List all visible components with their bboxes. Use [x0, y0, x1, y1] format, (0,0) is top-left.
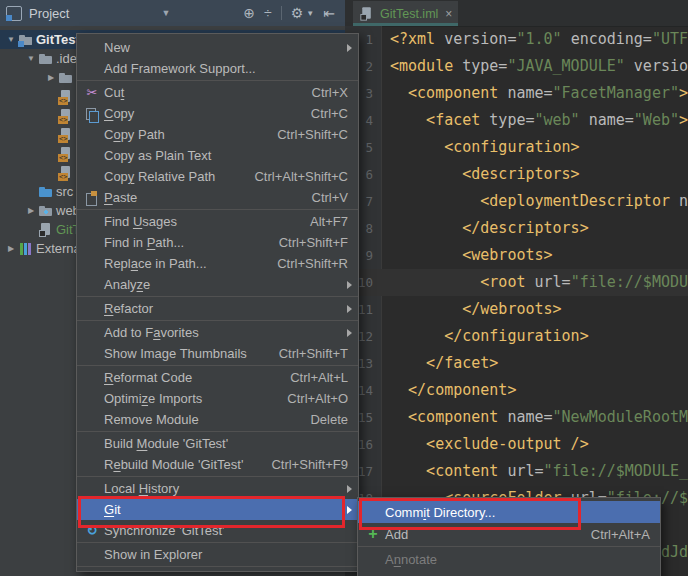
- menu-icon-spacer: [83, 300, 101, 318]
- code-text: <root url="file://$MODULE_DIR$/web" />: [390, 269, 688, 296]
- menu-item-git[interactable]: Git: [77, 499, 358, 520]
- menu-item-shortcut: Ctrl+Shift+F: [279, 235, 348, 250]
- context-menu: NewAdd Framework Support...CutCtrl+XCopy…: [76, 33, 359, 572]
- menu-item-analyze[interactable]: Analyze: [77, 274, 358, 295]
- menu-item-optimize-imports[interactable]: Optimize ImportsCtrl+Alt+O: [77, 388, 358, 409]
- code-line-4[interactable]: 4 <facet type="web" name="Web">: [345, 107, 688, 134]
- tab-gittest-iml[interactable]: GitTest.iml ×: [353, 1, 458, 26]
- menu-item-find-usages[interactable]: Find UsagesAlt+F7: [77, 211, 358, 232]
- code-editor[interactable]: 1<?xml version="1.0" encoding="UTF-8"?>2…: [345, 26, 688, 576]
- menu-separator: [77, 320, 358, 321]
- code-line-6[interactable]: 6 <descriptors>: [345, 161, 688, 188]
- menu-item-commit-directory[interactable]: Commit Directory...: [358, 501, 660, 523]
- code-line-13[interactable]: 13 </facet>: [345, 350, 688, 377]
- menu-item-copy[interactable]: CopyCtrl+C: [77, 103, 358, 124]
- menu-separator: [358, 546, 660, 547]
- chevron-right-icon[interactable]: ▶: [4, 244, 18, 253]
- menu-item-copy-as-plain-text[interactable]: Copy as Plain Text: [77, 145, 358, 166]
- submenu-arrow-icon: [347, 329, 352, 337]
- menu-item-show-current-revision[interactable]: Show Current Revision: [358, 570, 660, 576]
- sync-icon: [83, 522, 101, 540]
- code-line-10[interactable]: 10 <root url="file://$MODULE_DIR$/web" /…: [345, 269, 688, 296]
- menu-item-show-image-thumbnails[interactable]: Show Image ThumbnailsCtrl+Shift+T: [77, 343, 358, 364]
- menu-item-annotate[interactable]: Annotate: [358, 548, 660, 570]
- code-line-12[interactable]: 12 </configuration>: [345, 323, 688, 350]
- code-line-3[interactable]: 3 <component name="FacetManager">: [345, 80, 688, 107]
- iml-file-icon: [38, 222, 54, 238]
- code-line-9[interactable]: 9 <webroots>: [345, 242, 688, 269]
- menu-item-shortcut: Ctrl+C: [311, 106, 348, 121]
- menu-item-label: Show Image Thumbnails: [104, 346, 247, 361]
- src-folder-icon: [38, 184, 54, 200]
- menu-item-cut[interactable]: CutCtrl+X: [77, 82, 358, 103]
- paste-icon: [83, 189, 101, 207]
- code-text: </webroots>: [390, 296, 562, 323]
- xml-file-icon: [58, 165, 74, 181]
- menu-item-show-in-explorer[interactable]: Show in Explorer: [77, 544, 358, 565]
- project-panel-toolbar: ⊕÷⚙▼⇤: [243, 6, 335, 20]
- gear-icon[interactable]: ⚙: [291, 6, 304, 20]
- xml-file-icon: [58, 89, 74, 105]
- menu-item-shortcut: Ctrl+X: [312, 85, 348, 100]
- code-line-7[interactable]: 7 <deploymentDescriptor name="web.xml" /…: [345, 188, 688, 215]
- menu-item-find-in-path[interactable]: Find in Path...Ctrl+Shift+F: [77, 232, 358, 253]
- editor-pane: GitTest.iml × 1<?xml version="1.0" encod…: [345, 0, 688, 576]
- code-line-2[interactable]: 2<module type="JAVA_MODULE" version="4">: [345, 53, 688, 80]
- menu-item-label: Add Framework Support...: [104, 61, 256, 76]
- menu-item-build-module-gittest[interactable]: Build Module 'GitTest': [77, 433, 358, 454]
- submenu-arrow-icon: [347, 44, 352, 52]
- code-line-8[interactable]: 8 </descriptors>: [345, 215, 688, 242]
- menu-separator: [77, 209, 358, 210]
- menu-item-paste[interactable]: PasteCtrl+V: [77, 187, 358, 208]
- menu-icon-spacer: [83, 369, 101, 387]
- close-icon[interactable]: ×: [445, 7, 452, 21]
- menu-item-local-history[interactable]: Local History: [77, 478, 358, 499]
- chevron-right-icon[interactable]: ▶: [44, 73, 58, 82]
- menu-item-add-to-favorites[interactable]: Add to Favorites: [77, 322, 358, 343]
- project-tool-icon: [6, 6, 22, 21]
- menu-item-new[interactable]: New: [77, 37, 358, 58]
- chevron-right-icon[interactable]: ▶: [24, 206, 38, 215]
- menu-item-copy-relative-path[interactable]: Copy Relative PathCtrl+Alt+Shift+C: [77, 166, 358, 187]
- menu-icon-spacer: [83, 276, 101, 294]
- code-text: <descriptors>: [390, 161, 580, 188]
- menu-item-reformat-code[interactable]: Reformat CodeCtrl+Alt+L: [77, 367, 358, 388]
- menu-icon-spacer: [364, 572, 382, 576]
- locate-icon[interactable]: ⊕: [243, 6, 255, 20]
- chevron-down-icon[interactable]: ▼: [4, 35, 18, 44]
- menu-icon-spacer: [83, 411, 101, 429]
- menu-item-add-framework-support[interactable]: Add Framework Support...: [77, 58, 358, 79]
- menu-item-label: Find Usages: [104, 214, 177, 229]
- menu-item-add[interactable]: AddCtrl+Alt+A: [358, 523, 660, 545]
- code-line-15[interactable]: 15 <component name="NewModuleRootManager…: [345, 404, 688, 431]
- menu-item-label: Rebuild Module 'GitTest': [104, 457, 243, 472]
- menu-icon-spacer: [83, 501, 101, 519]
- menu-item-refactor[interactable]: Refactor: [77, 298, 358, 319]
- code-text: </component>: [390, 377, 516, 404]
- hide-panel-icon[interactable]: ⇤: [323, 6, 335, 20]
- code-line-16[interactable]: 16 <exclude-output />: [345, 431, 688, 458]
- xml-file-icon: [58, 146, 74, 162]
- menu-icon-spacer: [83, 456, 101, 474]
- module-folder-icon: [18, 32, 34, 48]
- web-folder-icon: [38, 203, 54, 219]
- menu-icon-spacer: [83, 255, 101, 273]
- menu-item-shortcut: Ctrl+Shift+F9: [271, 457, 348, 472]
- code-line-5[interactable]: 5 <configuration>: [345, 134, 688, 161]
- menu-item-synchronize-gittest[interactable]: Synchronize 'GitTest': [77, 520, 358, 541]
- plus-icon: [364, 525, 382, 543]
- menu-item-remove-module[interactable]: Remove ModuleDelete: [77, 409, 358, 430]
- menu-item-copy-path[interactable]: Copy PathCtrl+Shift+C: [77, 124, 358, 145]
- code-line-17[interactable]: 17 <content url="file://$MODULE_DIR$">: [345, 458, 688, 485]
- menu-item-label: Git: [104, 502, 121, 517]
- collapse-all-icon[interactable]: ÷: [264, 6, 272, 20]
- code-line-11[interactable]: 11 </webroots>: [345, 296, 688, 323]
- menu-item-replace-in-path[interactable]: Replace in Path...Ctrl+Shift+R: [77, 253, 358, 274]
- menu-item-rebuild-module-gittest[interactable]: Rebuild Module 'GitTest'Ctrl+Shift+F9: [77, 454, 358, 475]
- code-line-14[interactable]: 14 </component>: [345, 377, 688, 404]
- menu-item-label: Show in Explorer: [104, 547, 202, 562]
- code-line-1[interactable]: 1<?xml version="1.0" encoding="UTF-8"?>: [345, 26, 688, 53]
- menu-separator: [77, 365, 358, 366]
- chevron-down-icon[interactable]: ▼: [161, 8, 170, 18]
- chevron-down-icon[interactable]: ▼: [24, 54, 38, 63]
